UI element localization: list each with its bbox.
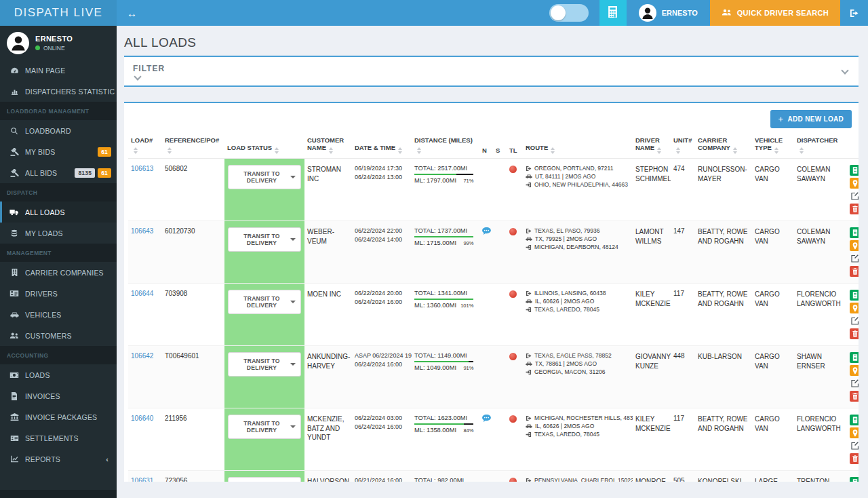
sidebar-item-loadboard[interactable]: LOADBOARD <box>0 120 117 141</box>
load-number-link[interactable]: 106613 <box>131 165 153 172</box>
load-location-button[interactable] <box>850 365 859 376</box>
load-status-dropdown[interactable]: TRANSIT TO DELIVERY <box>228 290 301 314</box>
load-status-dropdown[interactable]: TRANSIT TO DELIVERY <box>228 227 301 252</box>
load-location-button[interactable] <box>850 178 859 189</box>
table-row[interactable]: 106643 60120730 TRANSIT TO DELIVERY WEBE… <box>128 221 859 284</box>
load-status-dropdown[interactable]: TRANSIT TO DELIVERY <box>228 352 301 377</box>
sort-icon[interactable] <box>134 147 138 154</box>
load-edit-button[interactable] <box>850 440 859 451</box>
sign-out-icon[interactable] <box>840 0 868 26</box>
load-status-dropdown[interactable]: TRANSIT TO DELIVERY <box>228 165 301 189</box>
table-row[interactable]: 106613 506802 TRANSIT TO DELIVERY STROMA… <box>128 159 859 221</box>
chevron-down-icon[interactable] <box>841 66 848 74</box>
load-documents-button[interactable] <box>850 352 859 363</box>
sort-icon[interactable] <box>417 147 421 154</box>
sidebar-item-all-loads[interactable]: ALL LOADS <box>0 202 117 223</box>
sort-icon[interactable] <box>657 147 661 154</box>
tracking-status-icon[interactable] <box>509 478 517 482</box>
sidebar-item-all-bids[interactable]: ALL BIDS 813561 <box>0 162 117 183</box>
tracking-status-icon[interactable] <box>509 290 517 298</box>
sort-icon[interactable] <box>275 147 279 154</box>
load-location-button[interactable] <box>850 240 859 251</box>
load-status-dropdown[interactable]: TRANSIT TO DELIVERY <box>228 477 301 482</box>
load-number-link[interactable]: 106640 <box>131 415 153 422</box>
tracking-status-icon[interactable] <box>509 353 517 360</box>
sidebar-item-dispatchers-statistic[interactable]: DISPATCHERS STATISTIC <box>0 81 117 102</box>
sidebar-item-invoice-packages[interactable]: INVOICE PACKAGES <box>0 406 117 427</box>
sidebar-item-vehicles[interactable]: VEHICLES <box>0 304 117 325</box>
sidebar-item-loads[interactable]: LOADS <box>0 364 117 385</box>
sidebar-item-customers[interactable]: CUSTOMERS <box>0 325 117 346</box>
load-documents-button[interactable] <box>850 227 859 238</box>
sidebar-collapse-icon[interactable]: ↔ <box>117 0 147 26</box>
column-header-driver-name[interactable]: DRIVER NAME <box>633 132 671 159</box>
load-documents-button[interactable] <box>850 477 859 482</box>
column-header-reference-po-[interactable]: REFERENCE/PO# <box>162 132 224 159</box>
calculator-button[interactable] <box>599 0 627 26</box>
table-row[interactable]: 106644 703908 TRANSIT TO DELIVERY MOEN I… <box>128 284 859 346</box>
sort-icon[interactable] <box>676 147 680 154</box>
note-chat-icon[interactable] <box>482 416 491 423</box>
table-row[interactable]: 106642 T00649601 TRANSIT TO DELIVERY ANK… <box>128 346 859 408</box>
column-header-route[interactable]: ROUTE <box>523 132 633 159</box>
load-documents-button[interactable] <box>850 415 859 425</box>
sidebar-item-reports[interactable]: REPORTS ‹ <box>0 448 117 470</box>
sidebar-item-drivers[interactable]: DRIVERS <box>0 283 117 304</box>
tracking-status-icon[interactable] <box>509 228 517 235</box>
load-delete-button[interactable] <box>850 453 859 464</box>
load-documents-button[interactable] <box>850 290 859 301</box>
sort-icon[interactable] <box>329 147 333 154</box>
sort-icon[interactable] <box>800 147 804 154</box>
tracking-status-icon[interactable] <box>509 166 517 173</box>
sidebar-item-my-loads[interactable]: MY LOADS <box>0 223 117 244</box>
collapse-left-icon[interactable]: ‹ <box>106 455 111 463</box>
load-number-link[interactable]: 106642 <box>131 352 153 360</box>
online-status-icon <box>35 45 40 50</box>
sort-icon[interactable] <box>167 147 172 154</box>
sort-icon[interactable] <box>551 147 555 154</box>
filter-panel[interactable]: FILTER <box>124 56 859 87</box>
column-header-carrier-company[interactable]: CARRIER COMPANY <box>695 132 752 159</box>
column-header-load-[interactable]: LOAD# <box>128 132 162 159</box>
column-header-distance-miles-[interactable]: DISTANCE (MILES) <box>412 132 479 159</box>
load-edit-button[interactable] <box>850 191 859 202</box>
load-delete-button[interactable] <box>850 391 859 402</box>
load-delete-button[interactable] <box>850 328 859 339</box>
load-delete-button[interactable] <box>850 204 859 214</box>
load-number-link[interactable]: 106643 <box>131 227 153 235</box>
column-header-unit-[interactable]: UNIT# <box>671 132 695 159</box>
sidebar-item-my-bids[interactable]: MY BIDS 61 <box>0 141 117 162</box>
column-header-vehicle-type[interactable]: VEHICLE TYPE <box>752 132 794 159</box>
table-row[interactable]: 106640 211956 TRANSIT TO DELIVERY MCKENZ… <box>128 408 859 471</box>
sidebar-item-main-page[interactable]: MAIN PAGE <box>0 60 117 81</box>
status-toggle[interactable] <box>549 4 589 22</box>
topbar-user[interactable]: ERNESTO <box>627 0 710 26</box>
column-header-dispatcher[interactable]: DISPATCHER <box>794 132 846 159</box>
sidebar-item-invoices[interactable]: INVOICES <box>0 385 117 406</box>
tracking-status-icon[interactable] <box>509 415 517 423</box>
load-location-button[interactable] <box>850 427 859 438</box>
chevron-down-icon[interactable] <box>134 73 141 80</box>
column-header-customer-name[interactable]: CUSTOMER NAME <box>304 132 352 159</box>
load-location-button[interactable] <box>850 303 859 313</box>
load-edit-button[interactable] <box>850 315 859 326</box>
load-edit-button[interactable] <box>850 378 859 389</box>
load-edit-button[interactable] <box>850 253 859 264</box>
app-logo[interactable]: DISPATH LIVE <box>0 0 117 26</box>
sidebar-item-settlements[interactable]: SETTLEMENTS <box>0 427 117 448</box>
sort-icon[interactable] <box>733 147 737 154</box>
add-new-load-button[interactable]: + ADD NEW LOAD <box>770 110 852 128</box>
load-number-link[interactable]: 106631 <box>131 477 153 482</box>
load-delete-button[interactable] <box>850 266 859 277</box>
load-documents-button[interactable] <box>850 165 859 176</box>
sort-icon[interactable] <box>774 147 778 154</box>
note-chat-icon[interactable] <box>482 229 491 236</box>
load-status-dropdown[interactable]: TRANSIT TO DELIVERY <box>228 415 301 439</box>
column-header-load-status[interactable]: LOAD STATUS <box>224 132 304 159</box>
table-row[interactable]: 106631 723056 TRANSIT TO DELIVERY HALVOR… <box>128 471 859 482</box>
quick-driver-search-button[interactable]: QUICK DRIVER SEARCH <box>710 0 840 26</box>
load-number-link[interactable]: 106644 <box>131 290 153 297</box>
sidebar-item-carrier-companies[interactable]: CARRIER COMPANIES <box>0 262 117 283</box>
sort-icon[interactable] <box>398 147 402 154</box>
column-header-date-time[interactable]: DATE & TIME <box>352 132 412 159</box>
